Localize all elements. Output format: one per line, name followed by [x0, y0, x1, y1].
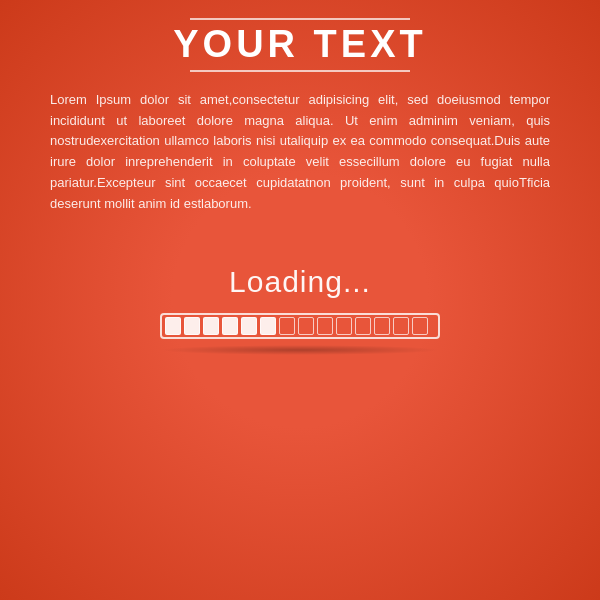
progress-segment [298, 317, 314, 335]
progress-segment [203, 317, 219, 335]
progress-segment [184, 317, 200, 335]
page-wrapper: YOUR TEXT Lorem Ipsum dolor sit amet,con… [0, 0, 600, 600]
progress-segment [279, 317, 295, 335]
progress-segment [260, 317, 276, 335]
title-section: YOUR TEXT [50, 18, 550, 72]
progress-segment [336, 317, 352, 335]
loading-text: Loading... [229, 265, 371, 299]
progress-segment [241, 317, 257, 335]
loading-section: Loading... [160, 265, 440, 355]
progress-segment [165, 317, 181, 335]
progress-segment [412, 317, 428, 335]
progress-segment [355, 317, 371, 335]
progress-segment [222, 317, 238, 335]
page-title: YOUR TEXT [173, 24, 426, 66]
progress-segment [374, 317, 390, 335]
progress-segment [393, 317, 409, 335]
progress-bar-shadow [160, 345, 440, 355]
progress-segment [317, 317, 333, 335]
progress-bar [160, 313, 440, 339]
title-line-bottom [190, 70, 410, 72]
body-text-paragraph1: Lorem Ipsum dolor sit amet,consectetur a… [50, 90, 550, 215]
title-line-top [190, 18, 410, 20]
